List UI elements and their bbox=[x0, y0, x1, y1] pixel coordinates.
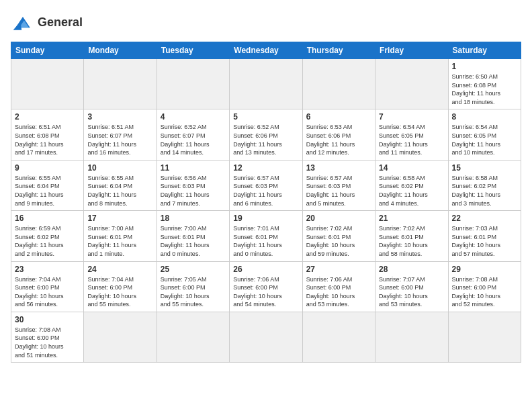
calendar-cell: 17Sunrise: 7:00 AMSunset: 6:01 PMDayligh… bbox=[84, 211, 157, 261]
day-info: Sunrise: 6:56 AMSunset: 6:03 PMDaylight:… bbox=[161, 174, 226, 208]
weekday-header: Sunday bbox=[11, 42, 84, 59]
calendar-week-row: 2Sunrise: 6:51 AMSunset: 6:08 PMDaylight… bbox=[11, 109, 521, 160]
calendar-cell bbox=[230, 59, 302, 109]
day-info: Sunrise: 7:07 AMSunset: 6:00 PMDaylight:… bbox=[379, 275, 444, 309]
day-number: 7 bbox=[379, 112, 444, 122]
calendar-cell bbox=[11, 59, 84, 109]
day-info: Sunrise: 6:50 AMSunset: 6:08 PMDaylight:… bbox=[452, 73, 517, 106]
calendar-cell: 5Sunrise: 6:52 AMSunset: 6:06 PMDaylight… bbox=[230, 109, 302, 160]
day-info: Sunrise: 7:06 AMSunset: 6:00 PMDaylight:… bbox=[233, 275, 298, 309]
day-number: 19 bbox=[233, 214, 298, 223]
svg-marker-2 bbox=[13, 21, 22, 30]
calendar-header-row: SundayMondayTuesdayWednesdayThursdayFrid… bbox=[11, 42, 521, 59]
day-number: 22 bbox=[452, 214, 517, 223]
day-info: Sunrise: 6:52 AMSunset: 6:06 PMDaylight:… bbox=[233, 123, 298, 156]
calendar-cell bbox=[302, 312, 375, 362]
calendar-cell: 11Sunrise: 6:56 AMSunset: 6:03 PMDayligh… bbox=[157, 160, 229, 210]
calendar-week-row: 16Sunrise: 6:59 AMSunset: 6:02 PMDayligh… bbox=[11, 211, 521, 261]
calendar-cell: 25Sunrise: 7:05 AMSunset: 6:00 PMDayligh… bbox=[157, 261, 229, 312]
day-number: 5 bbox=[233, 112, 298, 122]
calendar-cell: 21Sunrise: 7:02 AMSunset: 6:01 PMDayligh… bbox=[375, 211, 448, 261]
day-number: 14 bbox=[379, 163, 444, 173]
calendar-week-row: 9Sunrise: 6:55 AMSunset: 6:04 PMDaylight… bbox=[11, 160, 521, 210]
day-number: 1 bbox=[452, 62, 517, 71]
calendar-cell bbox=[302, 59, 375, 109]
weekday-header: Monday bbox=[84, 42, 157, 59]
day-number: 17 bbox=[87, 214, 152, 223]
calendar-cell: 23Sunrise: 7:04 AMSunset: 6:00 PMDayligh… bbox=[11, 261, 84, 312]
day-number: 26 bbox=[233, 265, 298, 274]
calendar-cell: 10Sunrise: 6:55 AMSunset: 6:04 PMDayligh… bbox=[84, 160, 157, 210]
day-info: Sunrise: 6:54 AMSunset: 6:05 PMDaylight:… bbox=[379, 123, 444, 156]
day-info: Sunrise: 7:04 AMSunset: 6:00 PMDaylight:… bbox=[15, 275, 80, 309]
day-number: 8 bbox=[452, 112, 517, 122]
day-info: Sunrise: 7:08 AMSunset: 6:00 PMDaylight:… bbox=[15, 326, 80, 359]
calendar-cell: 28Sunrise: 7:07 AMSunset: 6:00 PMDayligh… bbox=[375, 261, 448, 312]
weekday-header: Thursday bbox=[302, 42, 375, 59]
calendar-cell: 12Sunrise: 6:57 AMSunset: 6:03 PMDayligh… bbox=[230, 160, 302, 210]
day-info: Sunrise: 6:58 AMSunset: 6:02 PMDaylight:… bbox=[379, 174, 444, 208]
day-info: Sunrise: 6:55 AMSunset: 6:04 PMDaylight:… bbox=[87, 174, 152, 208]
day-info: Sunrise: 6:51 AMSunset: 6:07 PMDaylight:… bbox=[87, 123, 152, 156]
day-number: 16 bbox=[15, 214, 80, 223]
header: General bbox=[11, 11, 521, 35]
calendar-cell: 6Sunrise: 6:53 AMSunset: 6:06 PMDaylight… bbox=[302, 109, 375, 160]
day-info: Sunrise: 7:00 AMSunset: 6:01 PMDaylight:… bbox=[87, 224, 152, 258]
day-number: 10 bbox=[87, 163, 152, 173]
day-info: Sunrise: 6:58 AMSunset: 6:02 PMDaylight:… bbox=[452, 174, 517, 208]
logo: General bbox=[11, 11, 83, 35]
day-number: 25 bbox=[161, 265, 226, 274]
calendar-cell: 13Sunrise: 6:57 AMSunset: 6:03 PMDayligh… bbox=[302, 160, 375, 210]
day-number: 4 bbox=[161, 112, 226, 122]
calendar-cell: 14Sunrise: 6:58 AMSunset: 6:02 PMDayligh… bbox=[375, 160, 448, 210]
day-info: Sunrise: 6:54 AMSunset: 6:05 PMDaylight:… bbox=[452, 123, 517, 156]
day-number: 24 bbox=[87, 265, 152, 274]
calendar-cell: 15Sunrise: 6:58 AMSunset: 6:02 PMDayligh… bbox=[448, 160, 521, 210]
day-info: Sunrise: 7:04 AMSunset: 6:00 PMDaylight:… bbox=[87, 275, 152, 309]
calendar-week-row: 30Sunrise: 7:08 AMSunset: 6:00 PMDayligh… bbox=[11, 312, 521, 362]
day-info: Sunrise: 7:05 AMSunset: 6:00 PMDaylight:… bbox=[161, 275, 226, 309]
calendar-cell bbox=[375, 312, 448, 362]
weekday-header: Saturday bbox=[448, 42, 521, 59]
day-info: Sunrise: 6:57 AMSunset: 6:03 PMDaylight:… bbox=[306, 174, 371, 208]
day-number: 18 bbox=[161, 214, 226, 223]
day-number: 20 bbox=[306, 214, 371, 223]
day-number: 30 bbox=[15, 315, 80, 324]
day-number: 21 bbox=[379, 214, 444, 223]
calendar-cell: 1Sunrise: 6:50 AMSunset: 6:08 PMDaylight… bbox=[448, 59, 521, 109]
day-info: Sunrise: 7:01 AMSunset: 6:01 PMDaylight:… bbox=[233, 224, 298, 258]
logo-icon bbox=[11, 11, 35, 35]
day-number: 12 bbox=[233, 163, 298, 173]
logo-text: General bbox=[38, 16, 83, 30]
calendar-week-row: 1Sunrise: 6:50 AMSunset: 6:08 PMDaylight… bbox=[11, 59, 521, 109]
calendar-cell bbox=[84, 59, 157, 109]
day-number: 9 bbox=[15, 163, 80, 173]
day-number: 11 bbox=[161, 163, 226, 173]
calendar-cell bbox=[157, 312, 229, 362]
calendar-week-row: 23Sunrise: 7:04 AMSunset: 6:00 PMDayligh… bbox=[11, 261, 521, 312]
calendar-cell bbox=[84, 312, 157, 362]
day-info: Sunrise: 6:55 AMSunset: 6:04 PMDaylight:… bbox=[15, 174, 80, 208]
calendar-cell: 18Sunrise: 7:00 AMSunset: 6:01 PMDayligh… bbox=[157, 211, 229, 261]
day-number: 28 bbox=[379, 265, 444, 274]
calendar-cell: 30Sunrise: 7:08 AMSunset: 6:00 PMDayligh… bbox=[11, 312, 84, 362]
page: General SundayMondayTuesdayWednesdayThur… bbox=[0, 0, 532, 411]
day-number: 29 bbox=[452, 265, 517, 274]
day-number: 23 bbox=[15, 265, 80, 274]
weekday-header: Wednesday bbox=[230, 42, 302, 59]
calendar-cell bbox=[375, 59, 448, 109]
calendar-cell: 3Sunrise: 6:51 AMSunset: 6:07 PMDaylight… bbox=[84, 109, 157, 160]
calendar-cell: 16Sunrise: 6:59 AMSunset: 6:02 PMDayligh… bbox=[11, 211, 84, 261]
day-info: Sunrise: 7:02 AMSunset: 6:01 PMDaylight:… bbox=[379, 224, 444, 258]
calendar-cell: 8Sunrise: 6:54 AMSunset: 6:05 PMDaylight… bbox=[448, 109, 521, 160]
calendar-cell: 19Sunrise: 7:01 AMSunset: 6:01 PMDayligh… bbox=[230, 211, 302, 261]
calendar-cell: 29Sunrise: 7:08 AMSunset: 6:00 PMDayligh… bbox=[448, 261, 521, 312]
day-info: Sunrise: 7:02 AMSunset: 6:01 PMDaylight:… bbox=[306, 224, 371, 258]
day-info: Sunrise: 6:57 AMSunset: 6:03 PMDaylight:… bbox=[233, 174, 298, 208]
calendar-cell: 24Sunrise: 7:04 AMSunset: 6:00 PMDayligh… bbox=[84, 261, 157, 312]
calendar-cell: 20Sunrise: 7:02 AMSunset: 6:01 PMDayligh… bbox=[302, 211, 375, 261]
day-number: 3 bbox=[87, 112, 152, 122]
calendar-cell: 2Sunrise: 6:51 AMSunset: 6:08 PMDaylight… bbox=[11, 109, 84, 160]
day-info: Sunrise: 7:00 AMSunset: 6:01 PMDaylight:… bbox=[161, 224, 226, 258]
day-info: Sunrise: 7:03 AMSunset: 6:01 PMDaylight:… bbox=[452, 224, 517, 258]
